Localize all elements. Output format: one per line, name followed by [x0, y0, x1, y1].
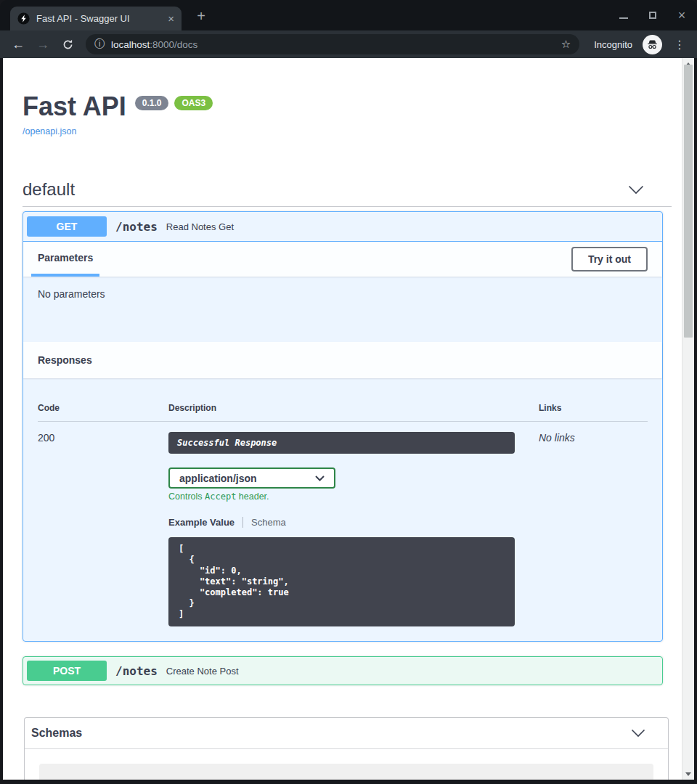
url-path: :8000/docs [150, 39, 197, 50]
incognito-badge-icon [643, 35, 662, 54]
tag-section-header[interactable]: default [23, 179, 672, 207]
window-close-button[interactable]: × [677, 6, 687, 25]
get-summary-text: Read Notes Get [166, 221, 234, 232]
forward-icon[interactable]: → [33, 37, 52, 52]
schemas-header[interactable]: Schemas [25, 718, 668, 749]
response-code: 200 [38, 422, 168, 626]
col-code-header: Code [38, 403, 168, 413]
model-name: Note [52, 779, 78, 780]
parameters-section-header: Parameters Try it out [23, 242, 662, 277]
site-info-icon[interactable]: ⓘ [94, 38, 105, 51]
responses-title: Responses [38, 354, 92, 366]
schemas-title: Schemas [31, 727, 82, 740]
incognito-label: Incognito [594, 39, 632, 50]
scrollbar-thumb[interactable] [684, 65, 693, 338]
get-method-badge: GET [27, 216, 107, 237]
new-tab-button[interactable]: + [192, 8, 211, 25]
post-method-badge: POST [27, 661, 107, 681]
window-controls: × [619, 6, 687, 25]
url-host: localhost [111, 39, 150, 50]
page-title: Fast API [23, 91, 126, 123]
window-maximize-button[interactable] [648, 6, 658, 25]
chevron-down-icon[interactable] [628, 185, 644, 195]
response-description-cell: Successful Response application/json Con… [168, 422, 539, 626]
browser-tabstrip: Fast API - Swagger UI × + × [0, 0, 697, 30]
oas3-badge: OAS3 [174, 96, 213, 110]
tab-parameters[interactable]: Parameters [31, 242, 99, 277]
responses-body: Code Description Links 200 Successful Re… [23, 378, 662, 641]
response-description-box: Successful Response [168, 432, 515, 454]
accept-note-prefix: Controls [168, 491, 205, 502]
select-chevron-down-icon [315, 475, 325, 481]
minimize-icon [619, 17, 628, 19]
accept-note-code: Accept [205, 491, 236, 502]
try-it-out-wrap: Try it out [571, 242, 648, 277]
tab-divider [242, 517, 243, 528]
responses-section-header: Responses [23, 342, 662, 378]
col-description-header: Description [168, 403, 539, 413]
get-path: /notes [115, 220, 158, 234]
post-summary-row[interactable]: POST /notes Create Note Post [23, 657, 662, 685]
maximize-icon [649, 12, 656, 19]
response-links: No links [539, 422, 648, 626]
browser-tab[interactable]: Fast API - Swagger UI × [10, 7, 182, 30]
parameters-body: No parameters [23, 277, 662, 342]
tag-title: default [23, 179, 75, 200]
browser-menu-icon[interactable]: ⋮ [674, 38, 685, 52]
back-icon[interactable]: ← [9, 37, 28, 52]
tab-title: Fast API - Swagger UI [36, 13, 161, 24]
scrollbar-down-icon[interactable] [682, 769, 694, 778]
post-path: /notes [115, 664, 158, 678]
model-note-row[interactable]: Note [52, 779, 653, 780]
media-type-select[interactable]: application/json [168, 467, 335, 489]
page-scrollbar[interactable] [682, 58, 694, 780]
url-text: localhost:8000/docs [111, 39, 197, 50]
page-viewport: Fast API 0.1.0 OAS3 /openapi.json defaul… [3, 58, 694, 780]
openapi-spec-link[interactable]: /openapi.json [23, 126, 76, 136]
col-links-header: Links [539, 403, 648, 413]
tab-example-value[interactable]: Example Value [168, 517, 235, 528]
accept-note-suffix: header. [236, 491, 269, 502]
bookmark-star-icon[interactable]: ☆ [561, 38, 571, 51]
badges: 0.1.0 OAS3 [135, 96, 213, 110]
opblock-get-notes: GET /notes Read Notes Get Parameters Try… [23, 211, 663, 642]
fastapi-favicon-icon [17, 12, 30, 25]
tab-close-icon[interactable]: × [168, 13, 174, 24]
schemas-section: Schemas Note [24, 717, 669, 780]
version-badge: 0.1.0 [135, 96, 169, 110]
swagger-page: Fast API 0.1.0 OAS3 /openapi.json defaul… [3, 58, 682, 780]
accept-header-note: Controls Accept header. [168, 491, 539, 502]
post-summary-text: Create Note Post [166, 666, 239, 677]
reload-button[interactable] [58, 38, 77, 51]
window-minimize-button[interactable] [619, 6, 629, 25]
api-info: Fast API 0.1.0 OAS3 [23, 91, 672, 123]
response-row-200: 200 Successful Response application/json… [38, 422, 648, 626]
example-json-block[interactable]: [ { "id": 0, "text": "string", "complete… [168, 537, 515, 626]
example-schema-tabs: Example Value Schema [168, 517, 539, 528]
get-summary-row[interactable]: GET /notes Read Notes Get [23, 212, 662, 242]
media-type-value: application/json [179, 473, 257, 484]
schemas-body: Note [25, 749, 668, 780]
browser-toolbar: ← → ⓘ localhost:8000/docs ☆ Incognito ⋮ [0, 30, 697, 58]
url-bar[interactable]: ⓘ localhost:8000/docs ☆ [86, 34, 579, 54]
model-container: Note [39, 764, 653, 780]
opblock-post-notes: POST /notes Create Note Post [23, 656, 663, 685]
schemas-chevron-down-icon[interactable] [631, 729, 645, 738]
reload-icon [62, 38, 74, 51]
no-parameters-text: No parameters [38, 288, 105, 300]
tab-schema[interactable]: Schema [251, 517, 286, 528]
try-it-out-button[interactable]: Try it out [571, 247, 648, 271]
responses-table-header: Code Description Links [38, 393, 648, 422]
